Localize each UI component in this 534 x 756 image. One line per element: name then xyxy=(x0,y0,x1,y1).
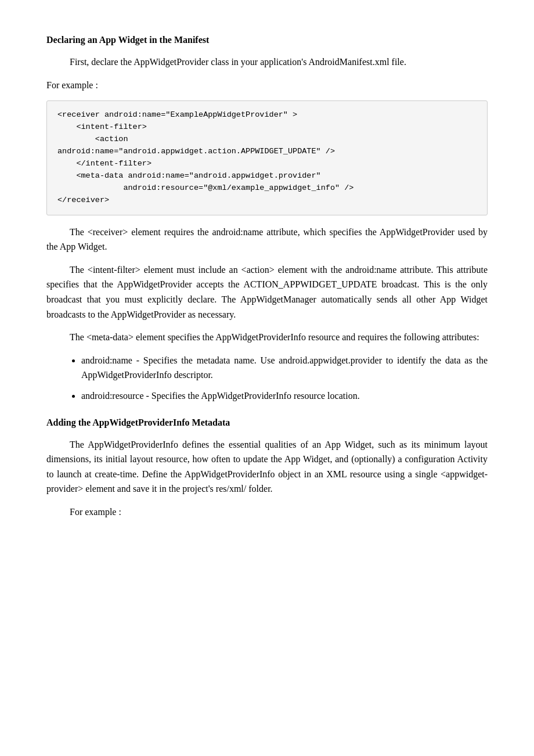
bullet-item-2: android:resource - Specifies the AppWidg… xyxy=(81,388,488,404)
code-block-xml: <receiver android:name="ExampleAppWidget… xyxy=(46,100,488,215)
section1-for-example-label: For example : xyxy=(46,78,488,93)
section1-para4: The <meta-data> element specifies the Ap… xyxy=(46,330,488,345)
section1-para2: The <receiver> element requires the andr… xyxy=(46,225,488,254)
section1-para1: First, declare the AppWidgetProvider cla… xyxy=(46,55,488,70)
section2-for-example-label: For example : xyxy=(46,505,488,520)
section1-para3: The <intent-filter> element must include… xyxy=(46,262,488,322)
bullet-item-1: android:name - Specifies the metadata na… xyxy=(81,353,488,383)
page-container: Declaring an App Widget in the Manifest … xyxy=(0,0,534,562)
section1-heading: Declaring an App Widget in the Manifest xyxy=(46,35,488,45)
section2-para1: The AppWidgetProviderInfo defines the es… xyxy=(46,437,488,496)
attribute-list: android:name - Specifies the metadata na… xyxy=(46,353,488,404)
section2-heading: Adding the AppWidgetProviderInfo Metadat… xyxy=(46,417,488,428)
